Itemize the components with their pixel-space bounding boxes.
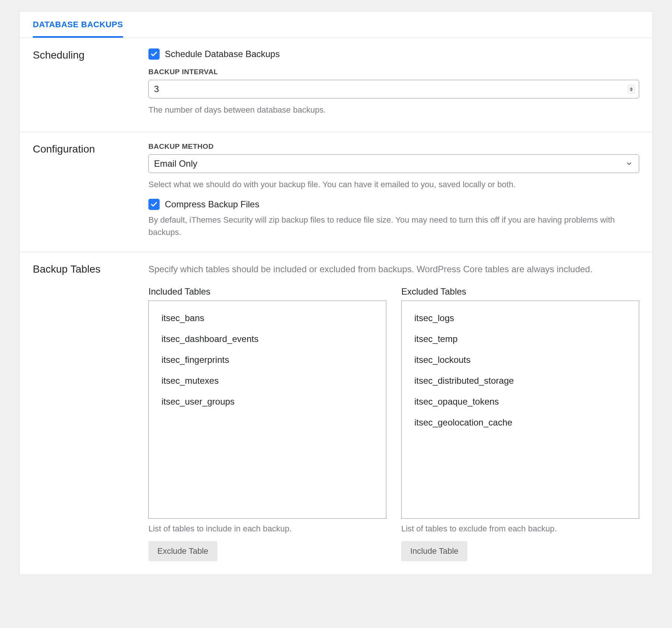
section-content-backup-tables: Specify which tables should be included … [148, 263, 639, 561]
backup-interval-input-wrap [148, 80, 639, 98]
list-item[interactable]: itsec_bans [149, 308, 386, 329]
included-tables-help: List of tables to include in each backup… [148, 524, 386, 534]
check-icon [150, 50, 158, 58]
compress-label: Compress Backup Files [165, 199, 259, 210]
included-tables-listbox[interactable]: itsec_bansitsec_dashboard_eventsitsec_fi… [148, 301, 386, 519]
tab-bar: DATABASE BACKUPS [19, 12, 653, 38]
list-item[interactable]: itsec_temp [402, 329, 639, 349]
section-content-configuration: BACKUP METHOD Email Only Select what we … [148, 142, 639, 238]
section-heading-backup-tables: Backup Tables [33, 263, 148, 561]
included-tables-heading: Included Tables [148, 286, 386, 297]
settings-panel: DATABASE BACKUPS Scheduling Schedule Dat… [19, 11, 653, 575]
list-item[interactable]: itsec_lockouts [402, 349, 639, 370]
list-item[interactable]: itsec_user_groups [149, 391, 386, 412]
tables-row: Included Tables itsec_bansitsec_dashboar… [148, 286, 639, 561]
backup-interval-input[interactable] [148, 80, 639, 98]
schedule-enable-checkbox[interactable] [148, 48, 160, 60]
list-item[interactable]: itsec_opaque_tokens [402, 391, 639, 412]
section-scheduling: Scheduling Schedule Database Backups BAC… [19, 38, 653, 132]
chevron-down-icon [630, 90, 633, 91]
excluded-tables-help: List of tables to exclude from each back… [401, 524, 639, 534]
section-heading-scheduling: Scheduling [33, 48, 148, 118]
compress-help: By default, iThemes Security will zip ba… [148, 214, 639, 238]
excluded-tables-col: Excluded Tables itsec_logsitsec_tempitse… [401, 286, 639, 561]
section-content-scheduling: Schedule Database Backups BACKUP INTERVA… [148, 48, 639, 118]
list-item[interactable]: itsec_geolocation_cache [402, 412, 639, 433]
exclude-table-button[interactable]: Exclude Table [148, 541, 217, 561]
excluded-tables-listbox[interactable]: itsec_logsitsec_tempitsec_lockoutsitsec_… [401, 301, 639, 519]
chevron-up-icon [630, 87, 633, 89]
backup-method-help: Select what we should do with your backu… [148, 178, 639, 191]
included-tables-col: Included Tables itsec_bansitsec_dashboar… [148, 286, 386, 561]
backup-method-label: BACKUP METHOD [148, 142, 639, 151]
compress-checkbox[interactable] [148, 199, 160, 210]
compress-row: Compress Backup Files [148, 199, 639, 210]
schedule-enable-label: Schedule Database Backups [165, 49, 280, 59]
backup-method-select[interactable]: Email Only [148, 154, 639, 173]
list-item[interactable]: itsec_dashboard_events [149, 329, 386, 349]
number-stepper[interactable] [627, 84, 635, 94]
section-configuration: Configuration BACKUP METHOD Email Only S… [19, 132, 653, 252]
backup-method-select-wrap: Email Only [148, 154, 639, 173]
tab-database-backups[interactable]: DATABASE BACKUPS [33, 12, 123, 38]
section-heading-configuration: Configuration [33, 142, 148, 238]
check-icon [150, 201, 158, 208]
list-item[interactable]: itsec_fingerprints [149, 349, 386, 370]
backup-interval-help: The number of days between database back… [148, 104, 639, 116]
list-item[interactable]: itsec_mutexes [149, 370, 386, 391]
schedule-enable-row: Schedule Database Backups [148, 48, 639, 60]
backup-tables-intro: Specify which tables should be included … [148, 263, 639, 276]
include-table-button[interactable]: Include Table [401, 541, 467, 561]
excluded-tables-heading: Excluded Tables [401, 286, 639, 297]
backup-interval-label: BACKUP INTERVAL [148, 68, 639, 76]
list-item[interactable]: itsec_distributed_storage [402, 370, 639, 391]
list-item[interactable]: itsec_logs [402, 308, 639, 329]
section-backup-tables: Backup Tables Specify which tables shoul… [19, 252, 653, 575]
